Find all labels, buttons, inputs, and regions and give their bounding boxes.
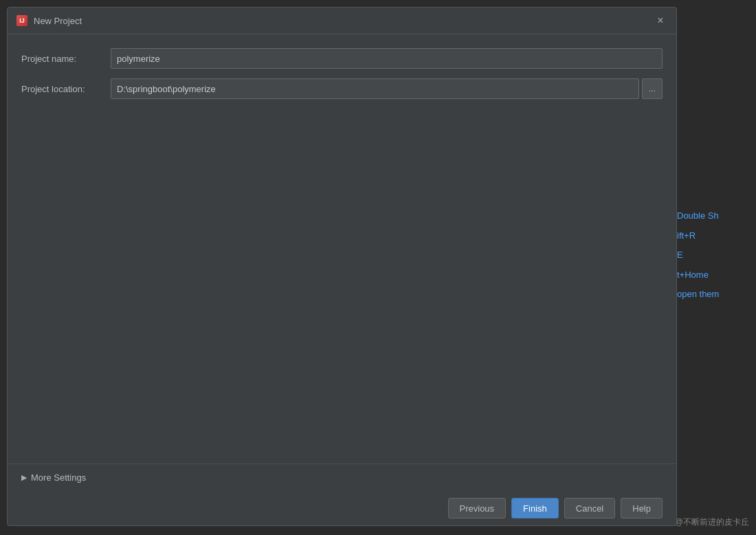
close-button[interactable]: × xyxy=(653,13,668,28)
project-name-row: Project name: xyxy=(21,48,663,69)
close-icon: × xyxy=(657,14,663,27)
previous-label: Previous xyxy=(460,503,495,514)
ide-right-panel: Double Sh ift+R E t+Home open them xyxy=(674,0,756,535)
project-location-label: Project location: xyxy=(21,84,111,94)
intellij-icon: IJ xyxy=(16,15,27,26)
new-project-dialog: IJ New Project × Project name: Project l… xyxy=(7,7,677,526)
browse-button[interactable]: ... xyxy=(642,78,663,99)
chevron-right-icon: ▶ xyxy=(21,473,27,482)
dialog-content: Project name: Project location: ... xyxy=(8,34,676,256)
project-location-input[interactable] xyxy=(111,78,639,99)
finish-label: Finish xyxy=(523,503,547,514)
help-label: Help xyxy=(632,503,651,514)
cancel-label: Cancel xyxy=(576,503,603,514)
dialog-icon: IJ xyxy=(16,14,28,27)
browse-icon: ... xyxy=(649,84,656,94)
hint-line-5: open them xyxy=(677,285,749,305)
more-settings-label: More Settings xyxy=(31,472,86,483)
more-settings-section: ▶ More Settings xyxy=(8,463,676,491)
finish-button[interactable]: Finish xyxy=(511,498,559,518)
hint-line-4: t+Home xyxy=(677,265,749,285)
hint-line-2: ift+R xyxy=(677,226,749,246)
dialog-title: New Project xyxy=(34,16,653,26)
project-name-input[interactable] xyxy=(111,48,663,69)
project-location-input-row: ... xyxy=(111,78,663,99)
help-button[interactable]: Help xyxy=(621,498,663,518)
hint-line-1: Double Sh xyxy=(677,206,749,226)
hint-line-3: E xyxy=(677,245,749,265)
project-location-row: Project location: ... xyxy=(21,78,663,99)
more-settings-toggle[interactable]: ▶ More Settings xyxy=(21,472,663,483)
previous-button[interactable]: Previous xyxy=(448,498,507,518)
dialog-spacer xyxy=(8,256,676,463)
dialog-footer: Previous Finish Cancel Help xyxy=(8,491,676,525)
project-name-label: Project name: xyxy=(21,54,111,64)
dialog-titlebar: IJ New Project × xyxy=(8,8,676,34)
cancel-button[interactable]: Cancel xyxy=(564,498,615,518)
